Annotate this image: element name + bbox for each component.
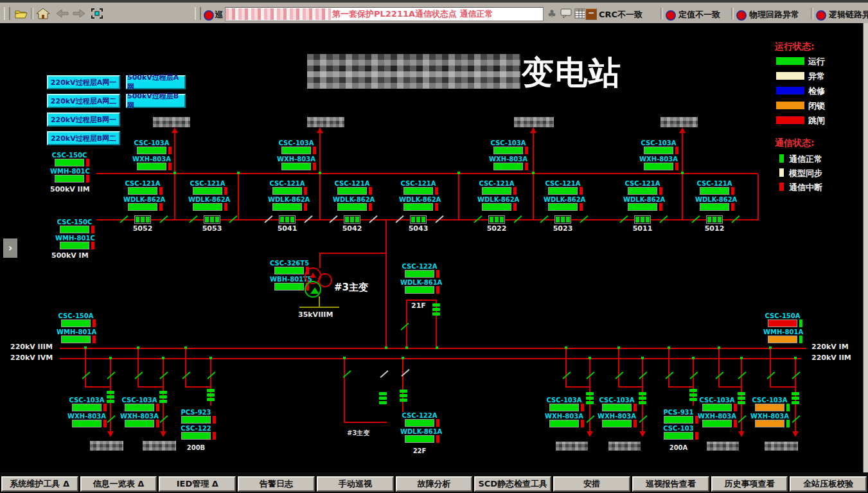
circuit-breaker[interactable]: [689, 389, 697, 401]
device-status-box[interactable]: [128, 203, 157, 211]
device-status-box[interactable]: [125, 404, 154, 411]
device-status-box[interactable]: [125, 420, 154, 427]
device-status-box[interactable]: [137, 147, 166, 154]
device-status-box[interactable]: [128, 187, 157, 195]
menu-item[interactable]: 全站压板校验: [790, 476, 867, 492]
circuit-breaker[interactable]: [738, 392, 745, 404]
circuit-breaker[interactable]: [586, 392, 594, 404]
circuit-breaker[interactable]: [432, 303, 440, 316]
menu-item[interactable]: 巡视报告查看: [632, 476, 709, 492]
menu-item[interactable]: 手动巡视: [317, 476, 394, 492]
device-status-box[interactable]: [602, 420, 632, 427]
device-status-box[interactable]: [549, 404, 579, 411]
device-status-box[interactable]: [702, 404, 732, 411]
single-line-diagram: CSC-150CWMH-801CCSC-150CWMH-801CCSC-103A…: [0, 0, 868, 472]
device-status-box[interactable]: [403, 187, 433, 195]
device-status-box[interactable]: [644, 147, 673, 154]
circuit-breaker[interactable]: [706, 215, 723, 224]
device-status-box[interactable]: [55, 159, 84, 166]
device-status-box[interactable]: [137, 163, 166, 170]
device-status-box[interactable]: [602, 404, 632, 411]
circuit-breaker[interactable]: [279, 215, 296, 224]
device-status-box[interactable]: [493, 163, 523, 170]
device-status-box[interactable]: [272, 203, 302, 211]
bay-caption: 200B: [177, 444, 215, 451]
device-status-box[interactable]: [72, 404, 102, 411]
device-status-box[interactable]: [405, 270, 434, 278]
device-status-box[interactable]: [768, 336, 797, 343]
circuit-breaker[interactable]: [410, 215, 427, 224]
device-status-box[interactable]: [549, 420, 579, 427]
device-status-box[interactable]: [181, 416, 211, 424]
device-status-box[interactable]: [337, 203, 367, 211]
breaker-number: 5011: [628, 224, 657, 233]
device-status-box[interactable]: [700, 187, 729, 195]
device-status-box[interactable]: [702, 420, 732, 427]
device-status-box[interactable]: [193, 203, 222, 211]
device-status-box[interactable]: [628, 187, 657, 195]
device-status-box[interactable]: [281, 163, 311, 170]
circuit-breaker[interactable]: [639, 392, 646, 404]
circuit-breaker[interactable]: [344, 215, 360, 224]
device-status-box[interactable]: [405, 435, 434, 443]
device-status-box[interactable]: [755, 420, 784, 427]
device-label: CSC-122A: [400, 412, 439, 419]
circuit-breaker[interactable]: [554, 215, 571, 224]
device-status-box[interactable]: [493, 147, 523, 154]
device-status-box[interactable]: [274, 267, 304, 274]
device-label: PCS-931: [659, 409, 698, 416]
circuit-breaker[interactable]: [634, 215, 651, 224]
device-status-box[interactable]: [337, 187, 367, 195]
device-status-box[interactable]: [405, 286, 434, 294]
device-status-box[interactable]: [61, 336, 91, 343]
circuit-breaker[interactable]: [792, 392, 799, 404]
device-status-box[interactable]: [405, 419, 434, 427]
transformer-symbol[interactable]: [302, 265, 341, 305]
device-status-box[interactable]: [628, 203, 657, 211]
disconnector-icon: [188, 214, 199, 224]
device-status-box[interactable]: [700, 203, 729, 211]
comm-status-bar: [436, 270, 439, 278]
menu-item[interactable]: 系统维护工具 Δ: [1, 476, 78, 492]
device-label: CSC-103A: [545, 397, 583, 404]
device-status-box[interactable]: [60, 242, 89, 249]
feeder-arrow-down-icon: [160, 431, 166, 437]
circuit-breaker[interactable]: [134, 215, 151, 224]
device-status-box[interactable]: [55, 175, 84, 183]
menu-item[interactable]: 历史事项查看: [711, 476, 788, 492]
circuit-breaker[interactable]: [159, 391, 167, 403]
device-status-box[interactable]: [755, 404, 784, 411]
bus-junction-dot: [617, 346, 620, 349]
menu-item[interactable]: IED管理 Δ: [159, 476, 236, 492]
menu-item[interactable]: SCD静态检查工具: [474, 476, 551, 492]
device-status-box[interactable]: [403, 203, 433, 211]
device-status-box[interactable]: [644, 163, 673, 170]
circuit-breaker[interactable]: [204, 215, 220, 224]
device-status-box[interactable]: [60, 226, 89, 233]
device-status-box[interactable]: [281, 147, 311, 154]
device-status-box[interactable]: [181, 432, 211, 440]
connector-line: [319, 133, 321, 220]
circuit-breaker[interactable]: [107, 391, 114, 403]
feeder-arrow-down-icon: [587, 431, 593, 437]
menu-item[interactable]: 信息一览表 Δ: [80, 476, 157, 492]
device-status-box[interactable]: [72, 420, 102, 427]
menu-item[interactable]: 安措: [553, 476, 630, 492]
device-status-box[interactable]: [274, 283, 304, 291]
device-status-box[interactable]: [548, 203, 578, 211]
device-status-box[interactable]: [482, 187, 511, 195]
device-status-box[interactable]: [482, 203, 511, 211]
device-status-box[interactable]: [193, 187, 222, 195]
menu-item[interactable]: 故障分析: [396, 476, 473, 492]
device-status-box[interactable]: [548, 187, 578, 195]
circuit-breaker[interactable]: [207, 389, 215, 401]
circuit-breaker[interactable]: [379, 392, 387, 404]
menu-item[interactable]: 告警日志: [238, 476, 315, 492]
device-status-box[interactable]: [272, 187, 302, 195]
device-status-box[interactable]: [61, 319, 91, 327]
circuit-breaker[interactable]: [400, 390, 407, 402]
device-status-box[interactable]: [768, 319, 797, 327]
circuit-breaker[interactable]: [488, 215, 505, 224]
device-status-box[interactable]: [664, 432, 693, 440]
device-status-box[interactable]: [664, 416, 693, 424]
